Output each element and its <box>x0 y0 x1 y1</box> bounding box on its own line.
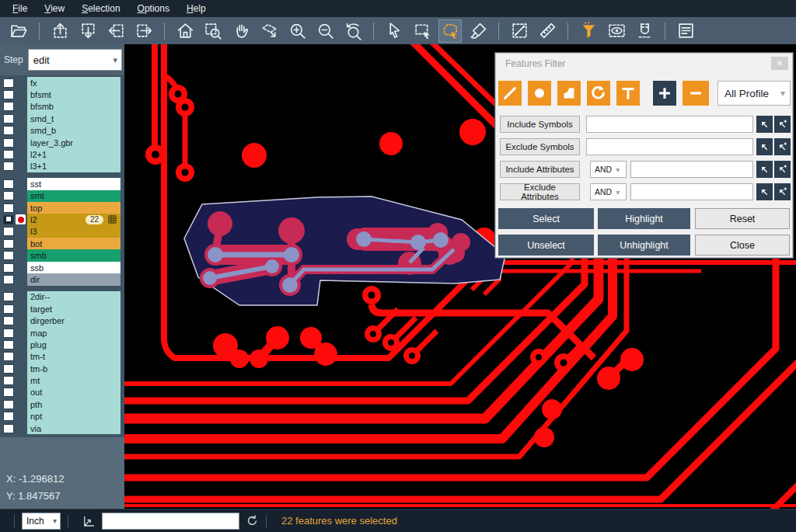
snap-angle-icon[interactable] <box>82 514 96 528</box>
layer-visibility-checkbox[interactable] <box>3 340 14 349</box>
folder-open-button[interactable] <box>8 20 30 42</box>
pick-attribute-add-icon[interactable] <box>774 183 791 200</box>
layer-row-2dir--[interactable]: 2dir-- <box>0 291 124 303</box>
layer-row-l2[interactable]: l222 <box>0 214 124 225</box>
pick-symbol-icon[interactable] <box>756 116 773 133</box>
include-symbols-button[interactable]: Include Symbols <box>500 116 580 133</box>
menu-file[interactable]: File <box>5 2 35 16</box>
zoom-window-button[interactable] <box>202 20 224 42</box>
layer-row-l3[interactable]: l3 <box>0 226 124 238</box>
select-polygon-button[interactable] <box>439 20 461 42</box>
measure-distance-button[interactable] <box>508 20 530 42</box>
select-button[interactable]: Select <box>498 208 594 229</box>
layer-visibility-checkbox[interactable] <box>3 364 14 374</box>
select-brush-button[interactable] <box>467 20 489 42</box>
layer-visibility-checkbox[interactable] <box>3 316 14 325</box>
layer-row-pth[interactable]: pth <box>0 398 124 410</box>
layer-visibility-checkbox[interactable] <box>3 191 14 200</box>
highlight-button[interactable]: Highlight <box>598 208 690 229</box>
pick-attribute-add-icon[interactable] <box>774 161 791 178</box>
layer-visibility-checkbox[interactable] <box>3 114 14 123</box>
layer-row-tm-t[interactable]: tm-t <box>0 351 124 363</box>
layer-row-target[interactable]: target <box>0 303 124 315</box>
layer-visibility-checkbox[interactable] <box>3 126 14 135</box>
layer-row-smt[interactable]: smt <box>0 190 124 202</box>
layer-form-button[interactable] <box>675 20 696 42</box>
reset-button[interactable]: Reset <box>695 208 790 229</box>
layer-visibility-checkbox[interactable] <box>3 275 14 284</box>
features-filter-button[interactable] <box>578 20 599 42</box>
layer-row-l2+1[interactable]: l2+1 <box>0 148 124 160</box>
zoom-object-button[interactable] <box>258 20 280 42</box>
layer-row-plug[interactable]: plug <box>0 339 124 350</box>
exclude-symbols-input[interactable] <box>586 138 753 155</box>
menu-selection[interactable]: Selection <box>74 2 127 16</box>
filter-plus-button[interactable] <box>653 81 676 106</box>
layer-visibility-checkbox[interactable] <box>3 304 14 314</box>
layer-visibility-checkbox[interactable] <box>3 424 14 433</box>
exclude-attributes-input[interactable] <box>630 183 753 200</box>
layer-row-sst[interactable]: sst <box>0 178 124 190</box>
layer-row-smd_t[interactable]: smd_t <box>0 113 124 124</box>
filter-pad-button[interactable] <box>528 81 551 106</box>
layer-row-l3+1[interactable]: l3+1 <box>0 161 124 172</box>
layer-visibility-checkbox[interactable] <box>3 179 14 189</box>
select-rectangle-button[interactable] <box>411 20 433 42</box>
layer-visibility-checkbox[interactable] <box>3 412 14 421</box>
pick-attribute-icon[interactable] <box>756 183 773 200</box>
layer-row-npt[interactable]: npt <box>0 411 124 422</box>
layer-row-map[interactable]: map <box>0 327 124 339</box>
layer-visibility-checkbox[interactable] <box>3 90 14 99</box>
menu-help[interactable]: Help <box>179 2 214 16</box>
layer-visibility-checkbox[interactable] <box>3 376 14 385</box>
layer-visibility-checkbox[interactable] <box>3 388 14 397</box>
filter-line-button[interactable] <box>498 81 522 106</box>
menu-view[interactable]: View <box>37 2 72 16</box>
select-pointer-button[interactable] <box>383 20 405 42</box>
filter-arc-button[interactable] <box>587 81 610 106</box>
layer-visibility-checkbox[interactable] <box>3 150 14 159</box>
ruler-button[interactable] <box>536 20 558 42</box>
include-attributes-operator-select[interactable]: AND▾ <box>590 161 627 178</box>
layer-visibility-checkbox[interactable] <box>3 215 14 224</box>
layer-visibility-checkbox[interactable] <box>3 292 14 301</box>
layer-row-smb[interactable]: smb <box>0 249 124 261</box>
pick-symbol-add-icon[interactable] <box>774 116 791 133</box>
close-icon[interactable]: ✕ <box>771 57 788 70</box>
zoom-in-button[interactable] <box>286 20 308 42</box>
zoom-previous-button[interactable] <box>342 20 364 42</box>
view-box-button[interactable] <box>606 20 627 42</box>
layer-row-mt[interactable]: mt <box>0 374 124 386</box>
unit-select[interactable]: Inch ▾ <box>22 513 61 530</box>
home-button[interactable] <box>174 20 196 42</box>
pan-left-button[interactable] <box>105 20 127 42</box>
filter-surface-button[interactable] <box>557 81 581 106</box>
pick-attribute-icon[interactable] <box>756 161 773 178</box>
layer-visibility-checkbox[interactable] <box>3 329 14 338</box>
snap-magnet-button[interactable] <box>634 20 655 42</box>
layer-visibility-checkbox[interactable] <box>3 352 14 361</box>
layer-row-ssb[interactable]: ssb <box>0 262 124 273</box>
layer-visibility-checkbox[interactable] <box>3 138 14 148</box>
exclude-symbols-button[interactable]: Exclude Symbols <box>500 138 580 155</box>
layer-visibility-checkbox[interactable] <box>3 102 14 111</box>
exclude-attributes-button[interactable]: Exclude Attributes <box>500 183 580 200</box>
layer-visibility-checkbox[interactable] <box>3 227 14 236</box>
step-select[interactable]: edit ▾ <box>28 49 122 71</box>
layer-visibility-checkbox[interactable] <box>3 203 14 213</box>
layer-visibility-checkbox[interactable] <box>3 239 14 249</box>
layer-row-smd_b[interactable]: smd_b <box>0 125 124 137</box>
pan-down-button[interactable] <box>77 20 99 42</box>
refresh-icon[interactable] <box>246 514 259 527</box>
unselect-button[interactable]: Unselect <box>498 235 594 256</box>
close-button[interactable]: Close <box>695 235 790 256</box>
command-input[interactable] <box>102 513 239 530</box>
layer-visibility-checkbox[interactable] <box>3 78 14 88</box>
pan-right-button[interactable] <box>133 20 155 42</box>
pan-hand-button[interactable] <box>230 20 252 42</box>
exclude-attributes-operator-select[interactable]: AND▾ <box>590 183 627 200</box>
layer-row-layer_3.gbr[interactable]: layer_3.gbr <box>0 137 124 148</box>
zoom-out-button[interactable] <box>314 20 336 42</box>
layer-visibility-checkbox[interactable] <box>3 162 14 171</box>
pan-up-button[interactable] <box>49 20 71 42</box>
